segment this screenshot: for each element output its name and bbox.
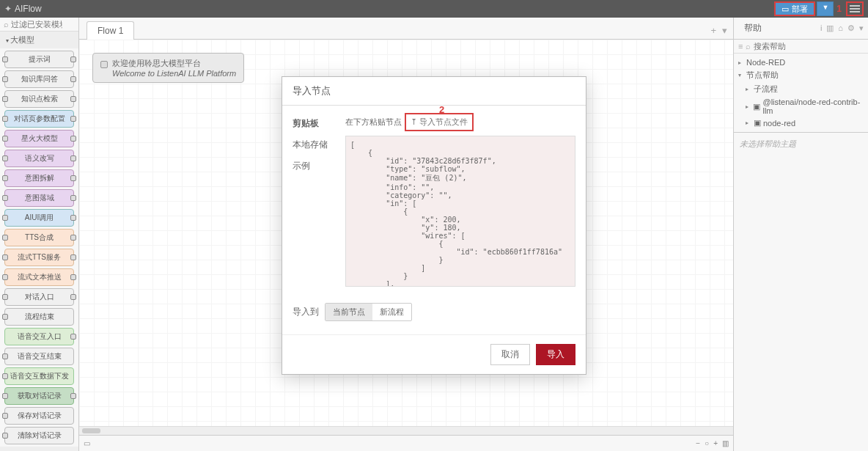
import-tab-local[interactable]: 本地存储 bbox=[293, 134, 345, 155]
upload-file-button[interactable]: 2 ⤒ 导入节点文件 bbox=[405, 113, 474, 131]
import-tab-examples[interactable]: 示例 bbox=[293, 155, 345, 177]
seg-new[interactable]: 新流程 bbox=[372, 304, 411, 320]
import-tab-clipboard[interactable]: 剪贴板 bbox=[293, 113, 345, 134]
modal-title: 导入节点 bbox=[282, 77, 586, 106]
seg-current[interactable]: 当前节点 bbox=[326, 304, 372, 320]
cancel-button[interactable]: 取消 bbox=[490, 344, 530, 365]
import-modal-overlay: 导入节点 剪贴板 本地存储 示例 在下方粘贴节点 2 ⤒ 导入节点文件 bbox=[0, 0, 868, 451]
import-modal: 导入节点 剪贴板 本地存储 示例 在下方粘贴节点 2 ⤒ 导入节点文件 bbox=[282, 76, 586, 375]
upload-icon: ⤒ bbox=[411, 117, 417, 127]
import-target-segment: 当前节点 新流程 bbox=[325, 303, 412, 321]
anno-2: 2 bbox=[439, 104, 444, 115]
upload-label: 导入节点文件 bbox=[419, 117, 468, 128]
import-json-textarea[interactable] bbox=[345, 136, 575, 287]
import-button[interactable]: 导入 bbox=[536, 344, 575, 365]
paste-label: 在下方粘贴节点 bbox=[345, 117, 402, 128]
import-to-label: 导入到 bbox=[293, 306, 319, 318]
